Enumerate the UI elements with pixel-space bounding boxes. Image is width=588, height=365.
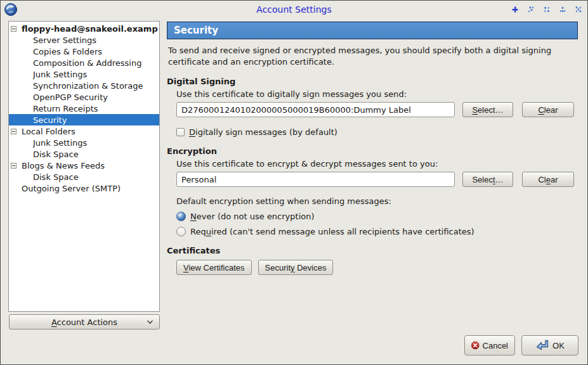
ok-enter-arrow-icon [535, 339, 549, 352]
signing-clear-button[interactable]: Clear [522, 102, 574, 117]
cancel-label: Cancel [483, 341, 508, 350]
sidebar-item[interactable]: floppy-head@snakeoil.examp [9, 23, 159, 34]
collapse-icon[interactable] [11, 26, 16, 32]
sidebar-item-label: Synchronization & Storage [33, 81, 143, 91]
maximize-icon[interactable] [559, 6, 566, 13]
sidebar-item-label: Junk Settings [33, 70, 87, 79]
account-tree: floppy-head@snakeoil.exampServer Setting… [8, 21, 160, 312]
titlebar: Account Settings [1, 1, 587, 18]
security-devices-button[interactable]: Security Devices [258, 260, 334, 275]
sidebar-item-label: OpenPGP Security [33, 93, 108, 102]
panel-title: Security [167, 22, 578, 39]
sidebar-item[interactable]: Junk Settings [9, 137, 159, 148]
encryption-required-label: Required (can't send message unless all … [190, 227, 474, 236]
ok-button[interactable]: OK [521, 335, 578, 355]
default-encryption-label: Default encryption setting when sending … [176, 196, 391, 206]
encryption-certificate-input[interactable] [176, 172, 455, 187]
ok-label: OK [552, 341, 565, 350]
account-settings-window: Account Settings floppy-head@snakeoil.ex… [0, 0, 588, 365]
sidebar-item-label: Return Receipts [33, 104, 98, 113]
encryption-required-radio[interactable] [176, 227, 186, 236]
close-icon[interactable] [575, 6, 582, 13]
sidebar-item-label: Blogs & News Feeds [22, 161, 105, 170]
sidebar-item-label: Outgoing Server (SMTP) [22, 184, 121, 193]
cancel-button[interactable]: Cancel [464, 335, 515, 355]
sidebar-item[interactable]: Copies & Folders [9, 46, 159, 57]
sidebar-item[interactable]: Security [9, 114, 159, 125]
window-controls [511, 1, 582, 18]
encryption-select-button[interactable]: Select… [462, 172, 513, 187]
sidebar-item[interactable]: Composition & Addressing [9, 57, 159, 68]
signing-select-button[interactable]: Select… [462, 102, 513, 117]
sidebar-item[interactable]: Disk Space [9, 148, 159, 160]
sidebar-item-label: Composition & Addressing [33, 58, 141, 68]
sidebar-item-label: Copies & Folders [33, 47, 102, 56]
account-actions-button[interactable]: Account Actions [9, 314, 160, 330]
encryption-heading: Encryption [167, 146, 578, 156]
sidebar-item[interactable]: Local Folders [9, 125, 159, 137]
sidebar-item-label: Server Settings [33, 35, 96, 45]
sidebar-item[interactable]: Blogs & News Feeds [9, 160, 159, 171]
pin-icon[interactable] [511, 6, 519, 13]
sidebar-item-label: Local Folders [22, 127, 75, 136]
minimize-icon[interactable] [543, 6, 551, 13]
window-title: Account Settings [1, 4, 587, 15]
collapse-icon[interactable] [11, 163, 16, 169]
sidebar-item-label: Junk Settings [33, 138, 87, 148]
sidebar-item-label: Disk Space [33, 150, 79, 159]
sidebar-item-label: floppy-head@snakeoil.examp [22, 24, 158, 34]
sidebar-item[interactable]: Disk Space [9, 171, 159, 182]
sidebar-item-label: Security [33, 115, 67, 125]
collapse-icon[interactable] [11, 129, 16, 134]
sidebar-item[interactable]: Synchronization & Storage [9, 80, 159, 91]
certificates-heading: Certificates [167, 246, 578, 255]
sidebar-item[interactable]: Server Settings [9, 34, 159, 46]
sidebar-item-label: Disk Space [33, 172, 79, 182]
dialog-buttons: Cancel OK [464, 335, 578, 355]
chevron-down-icon [147, 319, 154, 324]
digital-signing-heading: Digital Signing [167, 77, 578, 86]
security-panel: Security To send and receive signed or e… [167, 22, 578, 275]
digitally-sign-checkbox[interactable] [176, 128, 185, 136]
digitally-sign-label: Digitally sign messages (by default) [189, 127, 337, 137]
encryption-never-label: Never (do not use encryption) [190, 212, 315, 221]
sidebar-item[interactable]: Outgoing Server (SMTP) [9, 182, 159, 194]
sidebar-item[interactable]: OpenPGP Security [9, 91, 159, 103]
sidebar-item[interactable]: Return Receipts [9, 103, 159, 114]
cancel-icon [471, 339, 480, 352]
sidebar-item[interactable]: Junk Settings [9, 68, 159, 80]
signing-certificate-input[interactable] [176, 102, 455, 117]
encryption-hint: Use this certificate to encrypt & decryp… [176, 159, 578, 169]
intro-text: To send and receive signed or encrypted … [168, 45, 574, 67]
encryption-clear-button[interactable]: Clear [522, 172, 574, 187]
view-certificates-button[interactable]: View Certificates [176, 260, 252, 275]
shade-icon[interactable] [527, 6, 535, 13]
account-actions-label: Account Actions [51, 317, 117, 327]
digital-signing-hint: Use this certificate to digitally sign m… [176, 89, 578, 99]
encryption-never-radio[interactable] [176, 212, 186, 221]
